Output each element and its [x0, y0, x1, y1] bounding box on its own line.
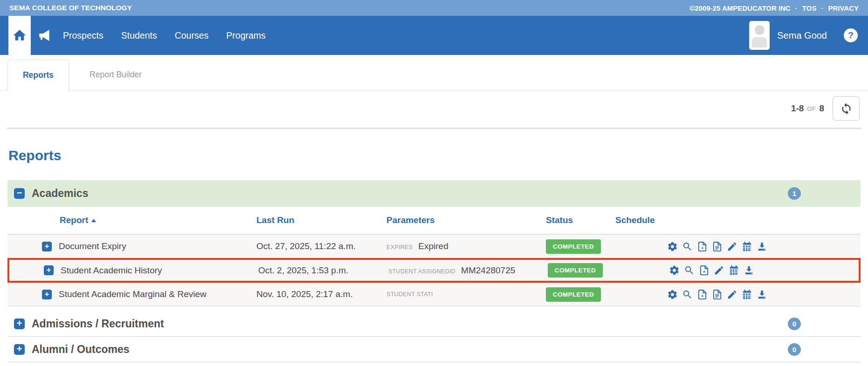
pagination-total: 8	[819, 103, 824, 114]
expand-icon[interactable]: +	[14, 319, 25, 329]
row-actions	[669, 265, 859, 276]
help-icon[interactable]: ?	[844, 28, 858, 42]
status-badge: COMPLETED	[548, 263, 603, 278]
calendar-icon[interactable]	[729, 265, 739, 276]
section-count-badge: 0	[788, 343, 801, 356]
document-icon[interactable]	[712, 241, 723, 252]
reports-table: Report Last Run Parameters Status Schedu…	[7, 207, 861, 306]
horizontal-divider	[7, 128, 861, 129]
download-icon[interactable]	[744, 265, 754, 276]
sort-asc-icon	[91, 219, 96, 222]
search-icon[interactable]	[682, 241, 693, 252]
column-header-parameters[interactable]: Parameters	[386, 215, 546, 225]
download-icon[interactable]	[757, 289, 767, 300]
calendar-icon[interactable]	[742, 289, 752, 300]
param-label: STUDENT STATI	[386, 291, 433, 298]
megaphone-icon	[37, 28, 52, 43]
tab-reports[interactable]: Reports	[7, 60, 69, 90]
gear-icon[interactable]	[669, 265, 680, 276]
param-label: STUDENT ASSIGNEDID	[388, 268, 455, 275]
document-icon[interactable]	[712, 289, 723, 300]
expand-row-icon[interactable]: +	[42, 242, 52, 251]
column-header-report[interactable]: Report	[7, 215, 256, 225]
nav-item-courses[interactable]: Courses	[175, 30, 209, 41]
report-name[interactable]: Document Expiry	[59, 241, 126, 251]
user-avatar[interactable]	[749, 21, 770, 50]
pagination-of-label: OF	[807, 105, 816, 112]
section-title: Admissions / Recruitment	[32, 318, 164, 330]
section-count-badge: 1	[788, 187, 801, 200]
list-toolbar: 1-8 OF 8	[0, 90, 868, 127]
table-row: + Document Expiry Oct. 27, 2025, 11:22 a…	[7, 235, 861, 258]
report-name[interactable]: Student Academic Marginal & Review	[59, 289, 207, 299]
expand-row-icon[interactable]: +	[44, 265, 54, 275]
refresh-button[interactable]	[833, 96, 860, 121]
table-header-row: Report Last Run Parameters Status Schedu…	[7, 207, 861, 235]
status-badge: COMPLETED	[546, 239, 601, 254]
nav-item-students[interactable]: Students	[121, 30, 157, 41]
expand-row-icon[interactable]: +	[42, 290, 52, 299]
search-icon[interactable]	[682, 289, 693, 300]
edit-pencil-icon[interactable]	[727, 289, 737, 300]
section-title: Academics	[32, 187, 88, 200]
section-title: Alumni / Outcomes	[32, 343, 130, 356]
announcements-button[interactable]	[37, 28, 52, 43]
report-name[interactable]: Student Academic History	[61, 265, 162, 276]
brand-title: SEMA COLLEGE OF TECHNOLOGY	[9, 4, 132, 12]
column-header-last-run[interactable]: Last Run	[256, 215, 386, 225]
table-row: + Student Academic Marginal & Review Nov…	[7, 283, 861, 306]
edit-pencil-icon[interactable]	[727, 241, 737, 252]
home-nav-button[interactable]	[8, 16, 31, 55]
home-icon	[12, 28, 27, 43]
tos-link[interactable]: TOS	[802, 4, 817, 12]
privacy-link[interactable]: PRIVACY	[828, 4, 859, 12]
user-name[interactable]: Sema Good	[777, 30, 827, 41]
pdf-file-icon[interactable]	[697, 241, 708, 252]
pagination-summary: 1-8 OF 8	[791, 103, 824, 114]
table-row-highlighted: + Student Academic History Oct. 2, 2025,…	[7, 258, 861, 283]
top-utility-bar: SEMA COLLEGE OF TECHNOLOGY ©2009-25 AMPE…	[0, 0, 868, 16]
collapse-icon[interactable]: −	[14, 188, 25, 199]
tab-report-builder[interactable]: Report Builder	[69, 59, 162, 90]
download-icon[interactable]	[757, 241, 767, 252]
section-header-alumni[interactable]: + Alumni / Outcomes 0	[7, 337, 861, 362]
app-window: SEMA COLLEGE OF TECHNOLOGY ©2009-25 AMPE…	[0, 0, 868, 366]
gear-icon[interactable]	[667, 289, 678, 300]
main-navbar: Prospects Students Courses Programs Sema…	[0, 16, 868, 55]
last-run-value: Oct. 2, 2025, 1:53 p.m.	[258, 265, 388, 276]
refresh-icon	[840, 102, 853, 115]
page-title: Reports	[8, 148, 868, 163]
row-actions	[667, 289, 861, 300]
pagination-range: 1-8	[791, 103, 804, 114]
dot-separator: ·	[821, 4, 823, 12]
section-count-badge: 0	[788, 318, 801, 330]
nav-item-programs[interactable]: Programs	[226, 30, 266, 41]
search-icon[interactable]	[684, 265, 695, 276]
gear-icon[interactable]	[667, 241, 678, 252]
nav-item-prospects[interactable]: Prospects	[63, 30, 103, 41]
column-header-schedule[interactable]: Schedule	[615, 215, 667, 225]
expand-icon[interactable]: +	[14, 344, 25, 355]
collapsed-sections: + Admissions / Recruitment 0 + Alumni / …	[7, 311, 861, 362]
last-run-value: Nov. 10, 2025, 2:17 a.m.	[256, 289, 386, 299]
param-value: Expired	[418, 241, 448, 251]
edit-pencil-icon[interactable]	[714, 265, 724, 276]
row-actions	[667, 241, 861, 252]
section-header-admissions[interactable]: + Admissions / Recruitment 0	[7, 311, 861, 337]
status-badge: COMPLETED	[546, 287, 601, 302]
param-label: EXPIRES	[386, 244, 413, 251]
tab-bar: Reports Report Builder	[0, 55, 868, 90]
copyright-text: ©2009-25 AMPEDUCATOR INC	[689, 4, 791, 12]
param-value: MM24280725	[461, 265, 515, 276]
pdf-file-icon[interactable]	[699, 265, 710, 276]
column-header-status[interactable]: Status	[546, 215, 615, 225]
last-run-value: Oct. 27, 2025, 11:22 a.m.	[256, 241, 386, 251]
section-header-academics[interactable]: − Academics 1	[7, 180, 861, 207]
calendar-icon[interactable]	[742, 241, 752, 252]
pdf-file-icon[interactable]	[697, 289, 708, 300]
dot-separator: ·	[795, 4, 798, 12]
